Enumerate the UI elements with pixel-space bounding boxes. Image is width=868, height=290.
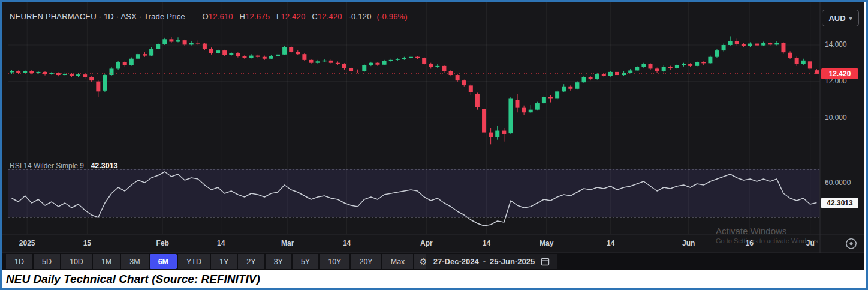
trading-app: NEUREN PHARMACEU · 1D · ASX · Trade Pric…: [2, 2, 864, 270]
time-axis[interactable]: 202515Feb14Mar14Apr14May14Jun16Ju: [2, 234, 820, 253]
time-tick: Feb: [156, 239, 169, 247]
change-value: -0.120: [349, 12, 372, 21]
date-range-separator: -: [483, 257, 486, 266]
time-tick: Jun: [682, 239, 695, 247]
range-button-2y[interactable]: 2Y: [238, 254, 264, 269]
time-tick: 14: [217, 239, 225, 247]
symbol-name: NEUREN PHARMACEU: [10, 12, 97, 21]
date-range-picker[interactable]: 27-Dec-2024 - 25-Jun-2025: [426, 254, 557, 269]
range-button-10d[interactable]: 10D: [61, 254, 92, 269]
range-button-20y[interactable]: 20Y: [351, 254, 381, 269]
date-range-end: 25-Jun-2025: [490, 257, 535, 266]
range-button-5y[interactable]: 5Y: [293, 254, 318, 269]
exchange-label: ASX: [120, 12, 137, 21]
chart-legend: NEUREN PHARMACEU · 1D · ASX · Trade Pric…: [10, 12, 408, 21]
time-tick: 2025: [19, 239, 35, 247]
open-label: O: [203, 12, 209, 21]
low-value: 12.420: [281, 12, 305, 21]
price-axis-label: 14.000: [825, 40, 847, 49]
high-label: H: [240, 12, 246, 21]
range-button-5d[interactable]: 5D: [34, 254, 60, 269]
price-axis-label: 10.000: [825, 113, 847, 122]
high-value: 12.675: [245, 12, 270, 21]
last-price-badge: 12.420: [821, 68, 858, 79]
range-button-10y[interactable]: 10Y: [320, 254, 349, 269]
axis-settings-icon[interactable]: [840, 236, 862, 252]
rsi-axis-label: 60.0000: [825, 178, 851, 187]
rsi-value-badge: 42.3013: [821, 198, 858, 208]
rsi-indicator-label: RSI 14 Wilder Simple 9: [10, 162, 84, 170]
interval-label: 1D: [104, 12, 114, 21]
time-tick: Mar: [281, 239, 294, 247]
rsi-current-value: 42.3013: [91, 162, 117, 170]
figure-caption: NEU Daily Technical Chart (Source: REFIN…: [2, 270, 866, 288]
close-value: 12.420: [318, 12, 342, 21]
range-button-1d[interactable]: 1D: [6, 254, 32, 269]
time-tick: May: [540, 239, 553, 247]
range-toolbar: 1D5D10D1M3M6MYTD1Y2Y3Y5Y10Y20YMax ⚙ 27-D…: [2, 253, 864, 270]
time-tick: 14: [607, 239, 614, 247]
close-label: C: [312, 12, 318, 21]
time-tick: 14: [483, 239, 490, 247]
rsi-legend: RSI 14 Wilder Simple 9 42.3013: [10, 162, 118, 170]
change-percent: (-0.96%): [376, 12, 407, 21]
range-button-max[interactable]: Max: [382, 254, 414, 269]
range-button-3m[interactable]: 3M: [121, 254, 148, 269]
range-button-3y[interactable]: 3Y: [266, 254, 291, 269]
time-tick: 14: [343, 239, 351, 247]
range-button-group: 1D5D10D1M3M6MYTD1Y2Y3Y5Y10Y20YMax: [2, 254, 414, 269]
range-button-1m[interactable]: 1M: [93, 254, 120, 269]
currency-selector[interactable]: AUD ▾: [822, 10, 859, 26]
time-tick: 16: [746, 239, 754, 247]
open-value: 12.610: [209, 12, 233, 21]
chart-figure-frame: NEUREN PHARMACEU · 1D · ASX · Trade Pric…: [0, 0, 868, 290]
price-type-label: Trade Price: [144, 12, 185, 21]
range-button-1y[interactable]: 1Y: [211, 254, 237, 269]
range-button-6m[interactable]: 6M: [150, 254, 177, 269]
time-tick: 15: [83, 239, 91, 247]
legend-separator: ·: [139, 12, 144, 21]
time-tick: Ju: [806, 239, 815, 247]
chevron-down-icon: ▾: [849, 15, 852, 22]
legend-separator: ·: [99, 12, 104, 21]
range-button-ytd[interactable]: YTD: [178, 254, 210, 269]
calendar-icon: [541, 257, 550, 266]
date-range-start: 27-Dec-2024: [433, 257, 479, 266]
time-tick: Apr: [420, 239, 433, 247]
chart-canvas[interactable]: [2, 2, 864, 270]
currency-value: AUD: [828, 14, 845, 23]
